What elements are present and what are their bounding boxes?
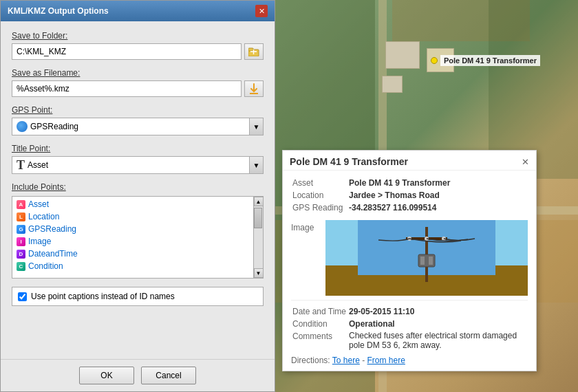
directions-to-link[interactable]: To here [332, 356, 360, 365]
gpsreading-icon: G [17, 225, 25, 234]
condition-icon: C [17, 262, 25, 271]
datetime-row: Date and Time 29-05-2015 11:10 [292, 306, 526, 317]
include-points-list: A Asset L Location G GPSReading I Image [12, 196, 264, 279]
save-as-filename-input[interactable] [12, 80, 242, 97]
save-to-folder-group: Save to Folder: [12, 31, 264, 60]
save-as-filename-label: Save as Filename: [12, 68, 264, 78]
list-item-image[interactable]: I Image [12, 235, 253, 248]
asset-row: Asset Pole DM 41 9 Transformer [292, 177, 526, 188]
scroll-thumb[interactable] [254, 208, 262, 228]
directions-label: Directions: [291, 356, 330, 365]
list-scrollbar: ▲ ▼ [253, 197, 263, 278]
popup-image [325, 220, 528, 296]
list-item-location[interactable]: L Location [12, 210, 253, 223]
gps-dropdown-arrow[interactable]: ▼ [249, 118, 263, 135]
pole-image-svg [325, 220, 528, 296]
list-item-gps-label: GPSReading [28, 224, 76, 234]
map-container[interactable]: Pole DM 41 9 Transformer Pole DM 41 9 Tr… [275, 0, 578, 392]
save-as-filename-group: Save as Filename: [12, 68, 264, 97]
save-to-folder-row [12, 43, 264, 60]
list-item-asset[interactable]: A Asset [12, 198, 253, 210]
kml-kmz-dialog: KML/KMZ Output Options ✕ Save to Folder: [0, 0, 275, 392]
title-point-dropdown[interactable]: T Asset ▼ [12, 156, 264, 174]
comments-label-cell: Comments [292, 331, 347, 350]
directions-row: Directions: To here - From here [291, 356, 528, 365]
gps-value-cell: -34.283527 116.099514 [349, 202, 526, 213]
dialog-titlebar: KML/KMZ Output Options ✕ [1, 1, 275, 21]
gps-row: GPS Reading -34.283527 116.099514 [292, 202, 526, 213]
list-item-condition[interactable]: C Condition [12, 260, 253, 272]
list-item-image-label: Image [28, 237, 51, 246]
gps-point-dropdown[interactable]: GPSReading ▼ [12, 118, 264, 135]
location-label-cell: Location [292, 190, 347, 201]
popup-title: Pole DM 41 9 Transformer [290, 156, 408, 167]
ok-button[interactable]: OK [79, 367, 134, 384]
directions-from-link[interactable]: From here [367, 356, 405, 365]
title-t-icon: T [17, 158, 25, 173]
list-item-location-label: Location [28, 212, 59, 221]
dialog-title: KML/KMZ Output Options [8, 6, 109, 16]
comments-value-cell: Checked fuses after electrical storm dam… [349, 331, 526, 350]
gps-globe-icon [17, 121, 28, 132]
popup-middle: Image [291, 220, 528, 296]
gps-point-label: GPS Point: [12, 105, 264, 115]
image-icon: I [17, 237, 25, 246]
title-point-label: Title Point: [12, 144, 264, 153]
gps-point-group: GPS Point: GPSReading ▼ [12, 105, 264, 135]
download-icon [249, 83, 259, 94]
popup-divider [291, 300, 528, 301]
filename-action-button[interactable] [244, 80, 264, 97]
directions-separator: - [362, 356, 367, 365]
save-to-folder-input[interactable] [12, 43, 242, 60]
svg-rect-13 [420, 257, 425, 265]
dialog-close-button[interactable]: ✕ [255, 5, 268, 17]
asset-value-cell: Pole DM 41 9 Transformer [349, 177, 526, 188]
datetime-icon: D [17, 250, 25, 259]
list-item-condition-label: Condition [28, 261, 63, 271]
condition-value-cell: Operational [349, 318, 526, 329]
scroll-up-button[interactable]: ▲ [254, 197, 264, 206]
list-item-dateandtime[interactable]: D DateandTime [12, 248, 253, 260]
datetime-value-cell: 29-05-2015 11:10 [349, 306, 526, 317]
use-captions-label: Use point captions instead of ID names [31, 292, 175, 301]
title-point-value: T Asset [12, 157, 249, 174]
list-item-asset-label: Asset [28, 199, 49, 209]
dialog-body: Save to Folder: Save as Filename: [1, 21, 275, 359]
image-label: Image [291, 220, 319, 296]
title-dropdown-arrow[interactable]: ▼ [249, 157, 263, 173]
building-1 [385, 41, 420, 69]
gps-point-value: GPSReading [12, 120, 249, 133]
asset-label-cell: Asset [292, 177, 347, 188]
popup-close-button[interactable]: ✕ [522, 157, 529, 167]
datetime-label-cell: Date and Time [292, 306, 347, 317]
pole-label: Pole DM 41 9 Transformer [440, 55, 540, 66]
info-popup: Pole DM 41 9 Transformer ✕ Asset Pole DM… [282, 150, 537, 371]
checkbox-row: Use point captions instead of ID names [12, 287, 264, 306]
save-to-folder-label: Save to Folder: [12, 31, 264, 41]
condition-label-cell: Condition [292, 318, 347, 329]
pole-marker[interactable]: Pole DM 41 9 Transformer [431, 55, 540, 66]
popup-footer-table: Date and Time 29-05-2015 11:10 Condition… [291, 305, 528, 351]
list-item-gpsreading[interactable]: G GPSReading [12, 223, 253, 235]
save-as-filename-row [12, 80, 264, 97]
building-2 [382, 76, 403, 93]
dialog-footer: OK Cancel [1, 359, 275, 391]
location-value-cell: Jardee > Thomas Road [349, 190, 526, 201]
list-items-container[interactable]: A Asset L Location G GPSReading I Image [12, 197, 253, 278]
cancel-button[interactable]: Cancel [141, 367, 196, 384]
include-points-group: Include Points: A Asset L Location G GPS… [12, 182, 264, 279]
scroll-down-button[interactable]: ▼ [254, 268, 264, 278]
folder-icon [248, 47, 259, 56]
popup-titlebar: Pole DM 41 9 Transformer ✕ [283, 151, 536, 171]
svg-rect-1 [248, 48, 253, 51]
gps-label-cell: GPS Reading [292, 202, 347, 213]
location-row: Location Jardee > Thomas Road [292, 190, 526, 201]
scroll-track [254, 206, 263, 268]
use-captions-checkbox[interactable] [18, 292, 27, 301]
list-item-datetime-label: DateandTime [28, 249, 78, 259]
popup-body: Asset Pole DM 41 9 Transformer Location … [283, 171, 536, 371]
asset-icon: A [17, 200, 25, 209]
browse-folder-button[interactable] [244, 43, 264, 60]
comments-row: Comments Checked fuses after electrical … [292, 331, 526, 350]
pole-dot [431, 57, 438, 64]
